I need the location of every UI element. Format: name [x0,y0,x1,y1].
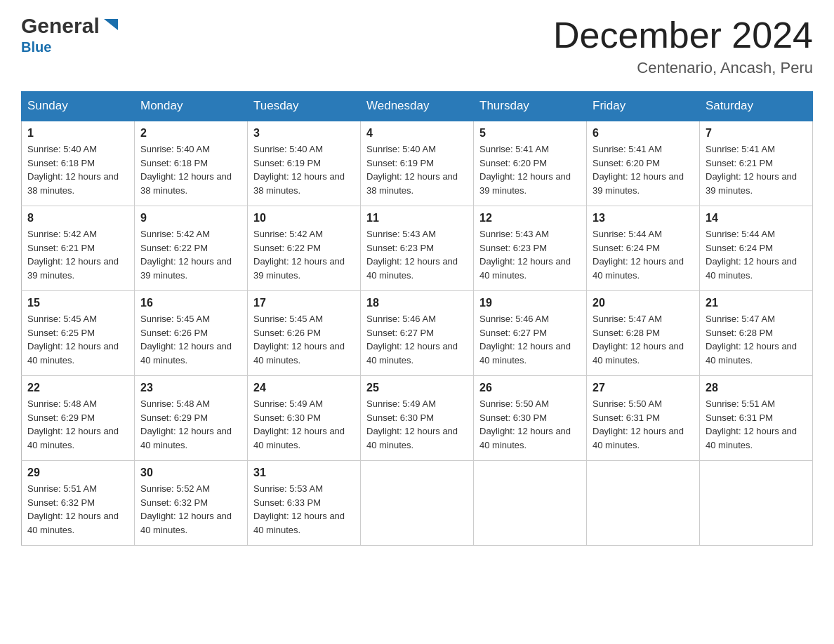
location-title: Centenario, Ancash, Peru [553,59,813,77]
calendar-cell: 14 Sunrise: 5:44 AMSunset: 6:24 PMDaylig… [700,206,813,291]
calendar-cell: 3 Sunrise: 5:40 AMSunset: 6:19 PMDayligh… [248,121,361,206]
calendar-cell: 27 Sunrise: 5:50 AMSunset: 6:31 PMDaylig… [587,376,700,461]
calendar-week-row: 15 Sunrise: 5:45 AMSunset: 6:25 PMDaylig… [22,291,813,376]
day-number: 25 [366,382,468,394]
day-number: 1 [27,127,128,140]
day-number: 22 [27,382,128,394]
logo: General Blue [21,14,121,55]
calendar-cell: 29 Sunrise: 5:51 AMSunset: 6:32 PMDaylig… [22,461,135,546]
sun-info: Sunrise: 5:42 AMSunset: 6:22 PMDaylight:… [140,229,232,281]
day-number: 16 [140,297,241,309]
calendar-cell [700,461,813,546]
sun-info: Sunrise: 5:45 AMSunset: 6:26 PMDaylight:… [140,314,232,365]
sun-info: Sunrise: 5:40 AMSunset: 6:19 PMDaylight:… [253,144,345,196]
calendar-cell [361,461,474,546]
calendar-cell: 5 Sunrise: 5:41 AMSunset: 6:20 PMDayligh… [474,121,587,206]
day-number: 9 [140,212,241,224]
calendar-cell: 26 Sunrise: 5:50 AMSunset: 6:30 PMDaylig… [474,376,587,461]
calendar-table: SundayMondayTuesdayWednesdayThursdayFrid… [21,91,813,546]
calendar-cell: 19 Sunrise: 5:46 AMSunset: 6:27 PMDaylig… [474,291,587,376]
logo-text-block: General Blue [21,14,121,55]
calendar-cell: 4 Sunrise: 5:40 AMSunset: 6:19 PMDayligh… [361,121,474,206]
calendar-week-row: 1 Sunrise: 5:40 AMSunset: 6:18 PMDayligh… [22,121,813,206]
calendar-cell: 18 Sunrise: 5:46 AMSunset: 6:27 PMDaylig… [361,291,474,376]
calendar-cell: 20 Sunrise: 5:47 AMSunset: 6:28 PMDaylig… [587,291,700,376]
day-number: 14 [706,212,807,224]
calendar-cell: 12 Sunrise: 5:43 AMSunset: 6:23 PMDaylig… [474,206,587,291]
calendar-week-row: 22 Sunrise: 5:48 AMSunset: 6:29 PMDaylig… [22,376,813,461]
calendar-cell [587,461,700,546]
day-number: 15 [27,297,128,309]
sun-info: Sunrise: 5:53 AMSunset: 6:33 PMDaylight:… [253,483,345,535]
day-number: 3 [253,127,355,140]
logo-triangle-icon [101,15,121,34]
sun-info: Sunrise: 5:47 AMSunset: 6:28 PMDaylight:… [706,314,797,365]
header-sunday: Sunday [22,92,135,121]
sun-info: Sunrise: 5:43 AMSunset: 6:23 PMDaylight:… [479,229,571,281]
day-number: 6 [593,127,694,140]
svg-marker-0 [104,19,118,30]
calendar-week-row: 29 Sunrise: 5:51 AMSunset: 6:32 PMDaylig… [22,461,813,546]
day-number: 27 [593,382,694,394]
calendar-cell: 15 Sunrise: 5:45 AMSunset: 6:25 PMDaylig… [22,291,135,376]
calendar-cell: 11 Sunrise: 5:43 AMSunset: 6:23 PMDaylig… [361,206,474,291]
logo-general: General [21,14,100,38]
day-number: 26 [479,382,581,394]
calendar-cell: 8 Sunrise: 5:42 AMSunset: 6:21 PMDayligh… [22,206,135,291]
calendar-cell: 21 Sunrise: 5:47 AMSunset: 6:28 PMDaylig… [700,291,813,376]
calendar-cell: 24 Sunrise: 5:49 AMSunset: 6:30 PMDaylig… [248,376,361,461]
sun-info: Sunrise: 5:46 AMSunset: 6:27 PMDaylight:… [479,314,571,365]
day-number: 10 [253,212,355,224]
calendar-cell: 31 Sunrise: 5:53 AMSunset: 6:33 PMDaylig… [248,461,361,546]
header-friday: Friday [587,92,700,121]
sun-info: Sunrise: 5:49 AMSunset: 6:30 PMDaylight:… [253,398,345,450]
sun-info: Sunrise: 5:49 AMSunset: 6:30 PMDaylight:… [366,398,458,450]
day-number: 18 [366,297,468,309]
sun-info: Sunrise: 5:42 AMSunset: 6:22 PMDaylight:… [253,229,345,281]
day-number: 11 [366,212,468,224]
sun-info: Sunrise: 5:52 AMSunset: 6:32 PMDaylight:… [140,483,232,535]
day-number: 20 [593,297,694,309]
day-number: 17 [253,297,355,309]
logo-blue: Blue [21,39,121,55]
sun-info: Sunrise: 5:45 AMSunset: 6:25 PMDaylight:… [27,314,119,365]
sun-info: Sunrise: 5:47 AMSunset: 6:28 PMDaylight:… [593,314,684,365]
sun-info: Sunrise: 5:41 AMSunset: 6:21 PMDaylight:… [706,144,797,196]
sun-info: Sunrise: 5:48 AMSunset: 6:29 PMDaylight:… [140,398,232,450]
day-number: 5 [479,127,581,140]
calendar-cell: 9 Sunrise: 5:42 AMSunset: 6:22 PMDayligh… [135,206,248,291]
calendar-cell: 16 Sunrise: 5:45 AMSunset: 6:26 PMDaylig… [135,291,248,376]
day-number: 24 [253,382,355,394]
sun-info: Sunrise: 5:45 AMSunset: 6:26 PMDaylight:… [253,314,345,365]
day-number: 28 [706,382,807,394]
calendar-cell: 13 Sunrise: 5:44 AMSunset: 6:24 PMDaylig… [587,206,700,291]
day-number: 31 [253,467,355,479]
day-number: 21 [706,297,807,309]
sun-info: Sunrise: 5:51 AMSunset: 6:32 PMDaylight:… [27,483,119,535]
day-number: 30 [140,467,241,479]
header-wednesday: Wednesday [361,92,474,121]
sun-info: Sunrise: 5:51 AMSunset: 6:31 PMDaylight:… [706,398,797,450]
day-number: 8 [27,212,128,224]
sun-info: Sunrise: 5:43 AMSunset: 6:23 PMDaylight:… [366,229,458,281]
day-number: 2 [140,127,241,140]
month-title: December 2024 [553,14,813,56]
calendar-week-row: 8 Sunrise: 5:42 AMSunset: 6:21 PMDayligh… [22,206,813,291]
calendar-cell: 22 Sunrise: 5:48 AMSunset: 6:29 PMDaylig… [22,376,135,461]
calendar-header-row: SundayMondayTuesdayWednesdayThursdayFrid… [22,92,813,121]
day-number: 29 [27,467,128,479]
header-tuesday: Tuesday [248,92,361,121]
sun-info: Sunrise: 5:41 AMSunset: 6:20 PMDaylight:… [479,144,571,196]
day-number: 4 [366,127,468,140]
day-number: 13 [593,212,694,224]
sun-info: Sunrise: 5:41 AMSunset: 6:20 PMDaylight:… [593,144,684,196]
page-header: General Blue December 2024 Centenario, A… [21,14,813,77]
day-number: 19 [479,297,581,309]
sun-info: Sunrise: 5:46 AMSunset: 6:27 PMDaylight:… [366,314,458,365]
sun-info: Sunrise: 5:50 AMSunset: 6:31 PMDaylight:… [593,398,684,450]
title-block: December 2024 Centenario, Ancash, Peru [553,14,813,77]
calendar-cell: 1 Sunrise: 5:40 AMSunset: 6:18 PMDayligh… [22,121,135,206]
sun-info: Sunrise: 5:40 AMSunset: 6:19 PMDaylight:… [366,144,458,196]
header-saturday: Saturday [700,92,813,121]
day-number: 12 [479,212,581,224]
